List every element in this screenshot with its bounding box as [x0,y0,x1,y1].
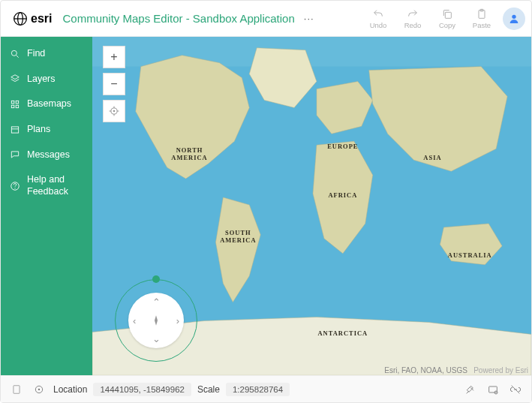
label-south-america: SOUTH [225,229,251,236]
undo-icon [372,8,384,20]
main-row: Find Layers Basemaps Plans Messages Help… [1,37,531,375]
sidebar-item-layers[interactable]: Layers [1,67,92,92]
map-area[interactable]: NORTHAMERICA SOUTHAMERICA EUROPE AFRICA … [92,37,531,375]
redo-icon [407,8,419,20]
sidebar-item-basemaps[interactable]: Basemaps [1,92,92,117]
svg-rect-11 [16,101,19,104]
app-title: Community Maps Editor - Sandbox Applicat… [62,12,294,25]
footer-target-icon[interactable] [31,381,47,398]
sidebar-item-messages[interactable]: Messages [1,143,92,168]
svg-point-23 [113,110,115,112]
label-europe: EUROPE [327,143,358,150]
svg-point-7 [11,50,17,56]
svg-point-6 [512,14,515,18]
globe-icon [13,11,28,26]
plans-icon [10,125,20,135]
brand-logo: esri [13,11,52,26]
app-shell: esri Community Maps Editor - Sandbox App… [0,0,532,403]
undo-button[interactable]: Undo [365,8,392,29]
user-avatar[interactable] [503,8,525,30]
svg-rect-3 [445,12,451,18]
location-value: 14441095, -15849962 [93,383,191,396]
page-icon [11,384,22,395]
compass-needle-icon [150,314,162,326]
footer-tool-1[interactable] [462,381,479,398]
footer-tool-3[interactable] [507,381,524,398]
status-bar: Location 14441095, -15849962 Scale 1:295… [1,375,531,402]
location-label: Location [53,384,87,395]
svg-text:NORTHAMERICA: NORTHAMERICA [171,146,207,161]
footer-doc-icon[interactable] [8,381,25,398]
header-toolbar: Undo Redo Copy Paste [365,8,495,29]
scale-label: Scale [197,384,220,395]
locate-icon [109,106,119,116]
svg-rect-31 [489,386,497,392]
copy-icon [441,8,453,20]
sidebar: Find Layers Basemaps Plans Messages Help… [1,37,92,375]
locate-button[interactable] [103,100,125,122]
map-attribution: Esri, FAO, NOAA, USGS Powered by Esri [384,366,528,374]
svg-rect-13 [16,105,19,108]
svg-text:SOUTHAMERICA: SOUTHAMERICA [220,229,256,244]
svg-point-17 [15,188,16,188]
label-australia: AUSTRALIA [448,251,492,259]
sidebar-item-find[interactable]: Find [1,41,92,67]
zoom-controls: + − [103,46,125,122]
scale-value: 1:295828764 [226,383,290,396]
pan-left-icon[interactable]: ‹ [133,315,136,326]
svg-marker-9 [11,75,20,80]
zoom-out-button[interactable]: − [103,73,125,95]
svg-rect-14 [11,127,18,133]
label-africa: AFRICA [328,191,357,199]
paste-button[interactable]: Paste [468,8,495,29]
header: esri Community Maps Editor - Sandbox App… [1,1,531,37]
navigation-compass[interactable]: ⌃ ⌄ ‹ › [115,279,197,362]
svg-point-30 [38,388,40,389]
pan-up-icon[interactable]: ⌃ [152,296,161,308]
edit-map-icon [464,383,476,395]
svg-rect-28 [14,385,20,393]
svg-line-8 [17,56,19,58]
redo-button[interactable]: Redo [399,8,426,29]
layer-tool-icon [487,383,499,395]
brand-text: esri [31,12,52,26]
footer-tool-2[interactable] [485,381,501,398]
label-antarctica: ANTARCTICA [317,329,368,337]
svg-rect-12 [11,105,14,108]
label-asia: ASIA [423,154,441,161]
sidebar-item-help[interactable]: Help and Feedback [1,167,92,204]
layers-icon [10,74,20,84]
basemaps-icon [10,99,20,110]
pan-right-icon[interactable]: › [176,315,179,326]
pan-down-icon[interactable]: ⌄ [152,333,161,344]
search-icon [10,49,20,59]
compass-face: ⌃ ⌄ ‹ › [128,293,184,348]
zoom-in-button[interactable]: + [103,46,125,68]
paste-icon [476,8,488,20]
help-icon [10,181,20,191]
target-icon [34,384,44,395]
more-button[interactable]: ··· [304,13,314,24]
sidebar-item-plans[interactable]: Plans [1,117,92,143]
link-off-icon [509,383,521,395]
copy-button[interactable]: Copy [434,8,461,29]
svg-rect-10 [11,101,14,104]
north-indicator [152,275,160,283]
person-icon [508,13,520,25]
messages-icon [10,149,20,160]
label-north-america: NORTH [176,146,203,154]
